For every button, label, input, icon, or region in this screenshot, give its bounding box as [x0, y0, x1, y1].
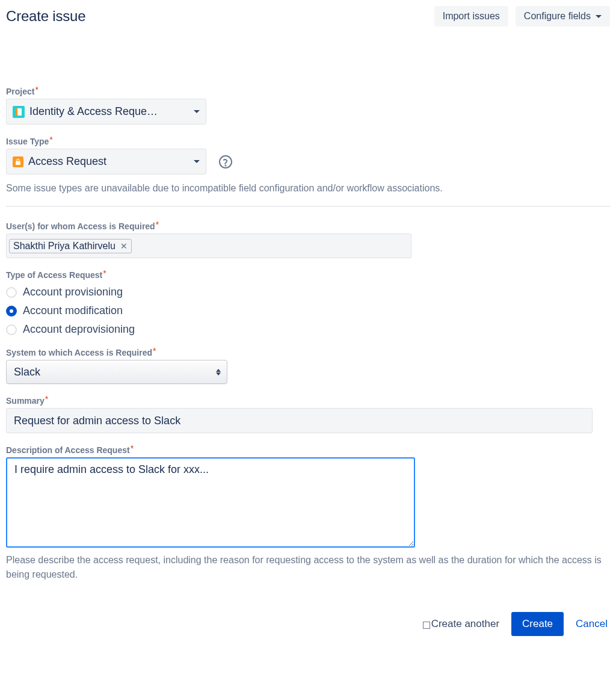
- issue-type-select[interactable]: Access Request: [6, 149, 206, 175]
- summary-input[interactable]: [6, 408, 593, 433]
- issue-type-label: Issue Type*: [6, 137, 52, 146]
- project-label: Project*: [6, 87, 38, 96]
- create-button[interactable]: Create: [511, 612, 564, 636]
- configure-fields-button[interactable]: Configure fields: [516, 6, 610, 26]
- project-value: Identity & Access Reque…: [29, 105, 158, 118]
- radio-provisioning[interactable]: Account provisioning: [6, 286, 610, 298]
- radio-icon[interactable]: [6, 287, 17, 298]
- radio-icon[interactable]: [6, 306, 17, 317]
- import-issues-label: Import issues: [443, 11, 500, 22]
- access-type-label: Type of Access Request*: [6, 270, 106, 280]
- system-value: Slack: [14, 366, 40, 378]
- create-another-label: Create another: [431, 618, 499, 630]
- issue-type-field: Issue Type* Access Request Some issue ty…: [6, 137, 610, 194]
- description-textarea[interactable]: [6, 457, 415, 548]
- checkbox-icon[interactable]: [423, 622, 430, 629]
- svg-point-2: [226, 165, 226, 165]
- radio-label: Account provisioning: [23, 286, 123, 298]
- radio-modification[interactable]: Account modification: [6, 304, 610, 317]
- access-type-radio-group: Account provisioning Account modificatio…: [6, 286, 610, 336]
- create-another-checkbox[interactable]: Create another: [423, 618, 499, 630]
- project-select[interactable]: Identity & Access Reque…: [6, 99, 206, 125]
- close-icon[interactable]: ✕: [120, 241, 128, 251]
- issue-type-help: Some issue types are unavailable due to …: [6, 183, 610, 194]
- users-field: User(s) for whom Access is Required* Sha…: [6, 221, 610, 258]
- user-chip[interactable]: Shakthi Priya Kathirvelu ✕: [9, 239, 132, 253]
- radio-label: Account deprovisioning: [23, 323, 135, 336]
- chevron-down-icon: [194, 110, 200, 113]
- radio-deprovisioning[interactable]: Account deprovisioning: [6, 323, 610, 336]
- section-divider: [6, 206, 610, 207]
- description-help: Please describe the access request, incl…: [6, 553, 610, 582]
- system-select[interactable]: Slack: [6, 360, 227, 384]
- description-label: Description of Access Request*: [6, 445, 133, 455]
- description-field: Description of Access Request* Please de…: [6, 445, 610, 582]
- radio-label: Account modification: [23, 304, 123, 317]
- svg-rect-0: [16, 161, 20, 165]
- project-icon: [13, 106, 25, 118]
- access-request-icon: [13, 156, 23, 167]
- project-field: Project* Identity & Access Reque…: [6, 87, 610, 125]
- dialog-header: Create issue Import issues Configure fie…: [6, 6, 610, 26]
- access-type-field: Type of Access Request* Account provisio…: [6, 270, 610, 336]
- dialog-footer: Create another Create Cancel: [6, 612, 610, 636]
- summary-label: Summary*: [6, 396, 48, 406]
- import-issues-button[interactable]: Import issues: [434, 6, 508, 26]
- users-input[interactable]: Shakthi Priya Kathirvelu ✕: [6, 233, 411, 258]
- issue-type-value: Access Request: [28, 155, 106, 168]
- select-arrows-icon: [216, 369, 221, 375]
- chevron-down-icon: [596, 15, 602, 18]
- chevron-down-icon: [194, 160, 200, 163]
- user-chip-label: Shakthi Priya Kathirvelu: [13, 241, 116, 252]
- system-label: System to which Access is Required*: [6, 348, 155, 357]
- radio-icon[interactable]: [6, 324, 17, 335]
- summary-field: Summary*: [6, 396, 610, 433]
- dialog-title: Create issue: [6, 8, 85, 25]
- configure-fields-label: Configure fields: [524, 11, 591, 22]
- system-field: System to which Access is Required* Slac…: [6, 348, 610, 384]
- header-actions: Import issues Configure fields: [434, 6, 610, 26]
- cancel-button[interactable]: Cancel: [576, 612, 608, 636]
- users-label: User(s) for whom Access is Required*: [6, 221, 158, 231]
- help-icon[interactable]: [218, 155, 233, 169]
